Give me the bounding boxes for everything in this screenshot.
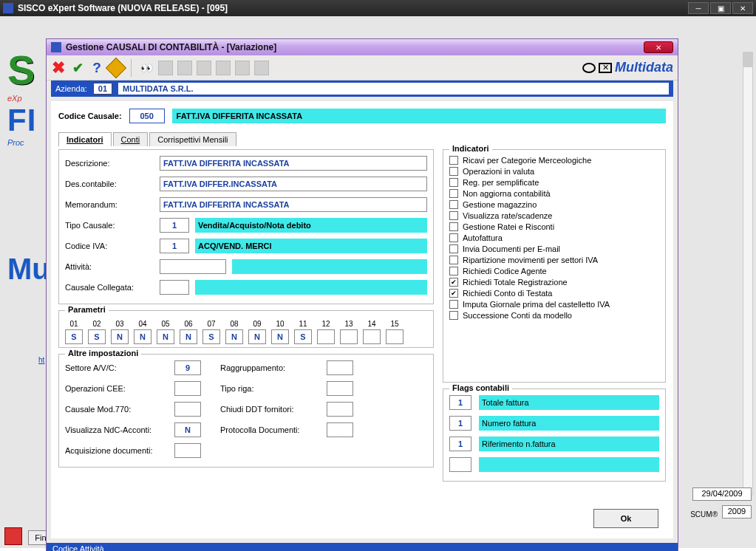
visndc-input[interactable] (174, 422, 201, 437)
checkbox[interactable]: ✔ (449, 289, 458, 298)
chiudiddt-input[interactable] (327, 402, 353, 417)
param-cell[interactable]: N (111, 329, 129, 344)
indicator-item[interactable]: Invia Documenti per E-mail (449, 244, 659, 253)
indicator-item[interactable]: Gestione Ratei e Risconti (449, 222, 659, 231)
find-icon[interactable]: 👀 (139, 61, 154, 75)
help-icon[interactable]: ? (89, 61, 104, 75)
toolbar-btn-5[interactable] (235, 61, 250, 75)
param-cell[interactable]: S (294, 329, 312, 344)
checkbox[interactable] (449, 244, 458, 253)
param-col: 04N (134, 320, 151, 344)
param-cell[interactable] (386, 329, 403, 344)
cancel-icon[interactable]: ✖ (51, 61, 66, 75)
caus770-label: Causale Mod.770: (65, 405, 168, 414)
confirm-icon[interactable]: ✔ (70, 61, 85, 75)
flag-input[interactable] (449, 395, 471, 410)
tab-conti[interactable]: Conti (113, 132, 149, 146)
checkbox[interactable] (449, 156, 458, 165)
minimize-button[interactable]: ─ (688, 2, 709, 14)
group-flags: Flags contabili Totale fatturaNumero fat… (443, 389, 666, 482)
indicator-item[interactable]: ✔Richiedi Totale Registrazione (449, 278, 659, 287)
tiporiga-input[interactable] (327, 381, 353, 396)
checkbox[interactable] (449, 233, 458, 242)
checkbox[interactable] (449, 200, 458, 209)
ht-link[interactable]: ht (38, 356, 44, 364)
checkbox[interactable] (449, 178, 458, 187)
param-cell[interactable]: N (248, 329, 266, 344)
attivita-input[interactable] (160, 259, 226, 274)
param-cell[interactable]: N (157, 329, 174, 344)
indicator-item[interactable]: Operazioni in valuta (449, 167, 659, 176)
indicator-item[interactable]: Reg. per semplificate (449, 178, 659, 187)
param-cell[interactable]: N (180, 329, 197, 344)
param-cell[interactable]: S (65, 329, 83, 344)
acqdoc-input[interactable] (174, 443, 201, 458)
codice-input[interactable] (129, 109, 165, 123)
param-num: 11 (299, 320, 307, 328)
descrizione-input[interactable] (160, 156, 427, 171)
raggr-label: Raggruppamento: (220, 363, 321, 372)
dialog-close-button[interactable]: ✕ (644, 41, 673, 53)
param-col: 01S (65, 320, 83, 344)
param-cell[interactable]: N (271, 329, 289, 344)
checkbox[interactable] (449, 256, 458, 264)
param-cell[interactable] (317, 329, 335, 344)
scrollbar[interactable] (743, 52, 753, 495)
settore-input[interactable] (174, 360, 201, 375)
indicator-item[interactable]: Richiedi Codice Agente (449, 267, 659, 276)
checkbox[interactable] (449, 300, 458, 309)
date-box[interactable]: 29/04/2009 (692, 487, 752, 501)
logo-proc: Proc (7, 138, 36, 147)
tabs: Indicatori Conti Corrispettivi Mensili (58, 132, 666, 146)
flag-input[interactable] (449, 437, 471, 451)
param-cell[interactable]: N (225, 329, 243, 344)
param-num: 03 (115, 320, 123, 328)
close-button[interactable]: ✕ (732, 2, 753, 14)
toolbar-btn-1[interactable] (158, 61, 173, 75)
raggr-input[interactable] (327, 360, 353, 375)
toolbar-btn-3[interactable] (197, 61, 211, 75)
indicator-item[interactable]: Imputa Giornale prima del castelletto IV… (449, 300, 659, 309)
indicator-item[interactable]: ✔Richiedi Conto di Testata (449, 289, 659, 298)
tab-indicatori[interactable]: Indicatori (58, 132, 112, 146)
tab-corrispettivi[interactable]: Corrispettivi Mensili (149, 132, 236, 146)
checkbox[interactable] (449, 211, 458, 220)
indicator-item[interactable]: Gestione magazzino (449, 200, 659, 209)
checkbox[interactable]: ✔ (449, 278, 458, 287)
indicator-item[interactable]: Ricavi per Categorie Merceologiche (449, 156, 659, 165)
indicator-item[interactable]: Successione Conti da modello (449, 311, 659, 320)
param-cell[interactable]: N (134, 329, 151, 344)
param-cell[interactable] (340, 329, 358, 344)
checkbox[interactable] (449, 267, 458, 276)
indicator-item[interactable]: Visualizza rate/scadenze (449, 211, 659, 220)
descont-input[interactable] (160, 177, 427, 191)
caus770-input[interactable] (174, 402, 201, 417)
toolbar-btn-2[interactable] (177, 61, 192, 75)
checkbox[interactable] (449, 311, 458, 320)
maximize-button[interactable]: ▣ (710, 2, 731, 14)
ok-button[interactable]: Ok (593, 509, 658, 528)
special-icon[interactable] (109, 61, 123, 75)
param-cell[interactable] (363, 329, 381, 344)
param-cell[interactable]: S (202, 329, 220, 344)
checkbox[interactable] (449, 189, 458, 198)
tipo-input[interactable] (160, 218, 189, 233)
scroll-thumb[interactable] (743, 52, 752, 67)
opcee-input[interactable] (174, 381, 201, 396)
checkbox[interactable] (449, 222, 458, 231)
azienda-code[interactable]: 01 (93, 83, 112, 95)
toolbar-btn-6[interactable] (254, 61, 269, 75)
iva-input[interactable] (160, 239, 189, 253)
indicator-item[interactable]: Ripartizione movimenti per settori IVA (449, 256, 659, 264)
toolbar-btn-4[interactable] (216, 61, 231, 75)
flag-input[interactable] (449, 457, 471, 472)
param-cell[interactable]: S (88, 329, 106, 344)
indicator-item[interactable]: Autofattura (449, 233, 659, 242)
checkbox[interactable] (449, 167, 458, 176)
indicator-item[interactable]: Non aggiorna contabilità (449, 189, 659, 198)
colleg-input[interactable] (160, 280, 189, 295)
flag-input[interactable] (449, 416, 471, 431)
memo-input[interactable] (160, 197, 427, 212)
protdoc-input[interactable] (327, 422, 353, 437)
flags-list: Totale fatturaNumero fatturaRiferimento … (449, 395, 659, 472)
